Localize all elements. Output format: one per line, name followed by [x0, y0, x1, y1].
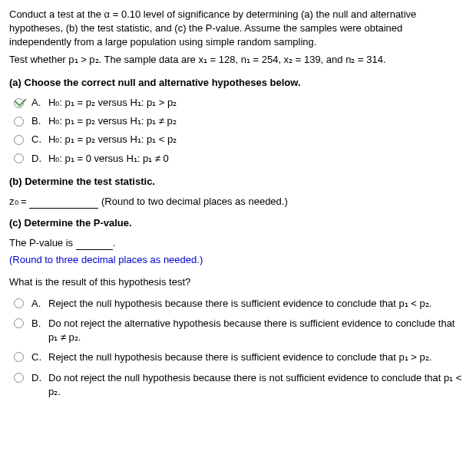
option-label: A. — [31, 297, 48, 311]
z0-hint: (Round to two decimal places as needed.) — [101, 196, 288, 207]
result-question: What is the result of this hypothesis te… — [9, 275, 467, 289]
radio-selected-icon[interactable] — [14, 98, 24, 108]
radio-icon[interactable] — [14, 373, 24, 383]
option-text: H₀: p₁ = p₂ versus H₁: p₁ < p₂ — [48, 133, 177, 146]
option-label: C. — [31, 350, 48, 364]
result-options: A. Reject the null hypothesis because th… — [14, 297, 467, 399]
option-d-row[interactable]: D. H₀: p₁ = 0 versus H₁: p₁ ≠ 0 — [14, 152, 467, 166]
radio-icon[interactable] — [14, 153, 24, 163]
option-label: C. — [31, 133, 48, 146]
option-label: B. — [31, 114, 48, 128]
result-option-c[interactable]: C. Reject the null hypothesis because th… — [14, 350, 467, 364]
option-text: Reject the null hypothesis because there… — [48, 297, 467, 311]
option-text: H₀: p₁ = p₂ versus H₁: p₁ ≠ p₂ — [48, 114, 177, 128]
pvalue-hint: (Round to three decimal places as needed… — [9, 253, 467, 267]
option-label: D. — [31, 152, 48, 166]
option-text: Reject the null hypothesis because there… — [48, 350, 467, 364]
option-label: D. — [31, 371, 48, 385]
part-a-options: A. H₀: p₁ = p₂ versus H₁: p₁ > p₂ B. H₀:… — [14, 96, 467, 166]
part-a-prompt: (a) Choose the correct null and alternat… — [9, 76, 467, 90]
option-label: A. — [31, 96, 48, 110]
pvalue-input-blank[interactable] — [76, 239, 113, 250]
option-label: B. — [31, 317, 48, 331]
z0-label: z₀ = — [9, 196, 27, 207]
option-a-row[interactable]: A. H₀: p₁ = p₂ versus H₁: p₁ > p₂ — [14, 96, 467, 110]
radio-icon[interactable] — [14, 117, 24, 127]
z0-input-blank[interactable] — [29, 197, 98, 209]
z0-input-row: z₀ = (Round to two decimal places as nee… — [9, 195, 467, 209]
option-text: Do not reject the null hypothesis becaus… — [48, 371, 467, 399]
option-text: H₀: p₁ = 0 versus H₁: p₁ ≠ 0 — [48, 152, 169, 166]
radio-icon[interactable] — [14, 352, 24, 362]
part-b-prompt: (b) Determine the test statistic. — [9, 175, 467, 189]
radio-icon[interactable] — [14, 318, 24, 328]
radio-icon[interactable] — [14, 135, 24, 145]
result-option-b[interactable]: B. Do not reject the alternative hypothe… — [14, 317, 467, 344]
option-b-row[interactable]: B. H₀: p₁ = p₂ versus H₁: p₁ ≠ p₂ — [14, 114, 467, 128]
problem-intro: Conduct a test at the α = 0.10 level of … — [9, 8, 467, 50]
result-option-a[interactable]: A. Reject the null hypothesis because th… — [14, 297, 467, 311]
pvalue-label: The P-value is — [9, 237, 73, 248]
result-option-d[interactable]: D. Do not reject the null hypothesis bec… — [14, 371, 467, 399]
option-text: H₀: p₁ = p₂ versus H₁: p₁ > p₂ — [48, 96, 177, 110]
radio-icon[interactable] — [14, 298, 24, 308]
test-whether-line: Test whether p₁ > p₂. The sample data ar… — [9, 53, 467, 67]
pvalue-row: The P-value is . — [9, 236, 467, 250]
part-c-prompt: (c) Determine the P-value. — [9, 216, 467, 230]
option-c-row[interactable]: C. H₀: p₁ = p₂ versus H₁: p₁ < p₂ — [14, 133, 467, 146]
option-text: Do not reject the alternative hypothesis… — [48, 317, 467, 344]
